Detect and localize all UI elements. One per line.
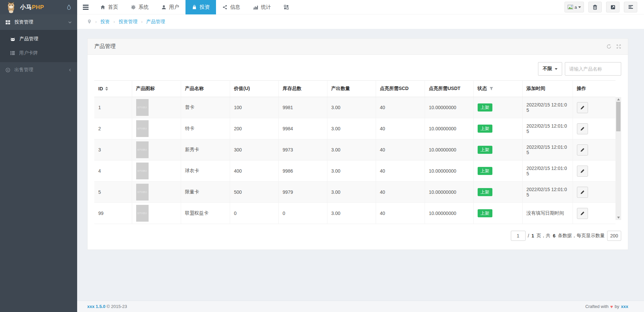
- nav-item-info[interactable]: 信息: [216, 0, 247, 14]
- breadcrumb-link-invest-manage[interactable]: 投资管理: [119, 19, 138, 25]
- pencil-icon: [580, 190, 585, 194]
- breadcrumb-link-invest[interactable]: 投资: [100, 19, 110, 25]
- sort-icon[interactable]: [105, 87, 108, 91]
- page-size-input[interactable]: [607, 231, 621, 241]
- main-area: 首页 系统 用户 投资: [77, 0, 644, 312]
- nav-item-system[interactable]: 系统: [124, 0, 155, 14]
- language-selector[interactable]: a: [565, 2, 584, 12]
- status-filter-dropdown[interactable]: 不限: [538, 62, 562, 76]
- cell-output: 3.00: [327, 139, 376, 161]
- edit-button[interactable]: [577, 187, 588, 198]
- status-badge: 上架: [478, 188, 492, 196]
- open-frontend-button[interactable]: [606, 2, 620, 12]
- cell-name: 特卡: [181, 118, 230, 139]
- breadcrumb-link-product-manage[interactable]: 产品管理: [146, 19, 165, 25]
- sidebar-item-sell-manage[interactable]: 出售管理: [0, 62, 77, 78]
- log-list-button[interactable]: [624, 2, 637, 12]
- pencil-icon: [580, 211, 585, 216]
- nav-item-stats[interactable]: 统计: [247, 0, 277, 14]
- footer-right: Crafted with ♥ by xxx: [585, 304, 628, 309]
- external-link-icon: [610, 5, 615, 10]
- brand-name-en: PHP: [32, 4, 44, 10]
- filter-row: 不限: [88, 55, 628, 80]
- edit-button[interactable]: [577, 102, 588, 113]
- cell-ops: [573, 118, 615, 139]
- sidebar: 小马PHP 投资管理 产品管理: [0, 0, 77, 312]
- logo-bar[interactable]: 小马PHP: [0, 0, 77, 14]
- scrollbar-thumb[interactable]: [616, 102, 621, 131]
- cell-ops: [573, 203, 615, 224]
- sidebar-item-product-manage[interactable]: 产品管理: [0, 32, 77, 46]
- scroll-up-arrow-icon[interactable]: [617, 98, 620, 100]
- cell-name: 新秀卡: [181, 139, 230, 161]
- cell-status: 上架: [473, 182, 522, 203]
- table-row: 4 找不到图片 球衣卡 400 9986 3.00 40 10.00000000…: [94, 161, 615, 182]
- footer: xxx 1.5.0 © 2015-23 Crafted with ♥ by xx…: [77, 301, 644, 312]
- sidebar-item-user-cards[interactable]: 用户卡牌: [0, 46, 77, 60]
- sidebar-item-invest-manage[interactable]: 投资管理: [0, 14, 77, 30]
- water-drop-icon[interactable]: [67, 4, 71, 10]
- chevron-left-icon: [68, 68, 72, 72]
- version-link[interactable]: xxx 1.5.0: [87, 304, 105, 309]
- language-alt-text: a: [575, 5, 577, 10]
- table-row: 99 找不到图片 联盟权益卡 0 0 3.00 40 10.00000000 上…: [94, 203, 615, 224]
- hamburger-menu-icon[interactable]: [77, 0, 94, 14]
- records-suffix: 条数据，每页显示数量: [558, 233, 605, 239]
- edit-button[interactable]: [577, 166, 588, 177]
- edit-button[interactable]: [577, 208, 588, 219]
- total-records: 6: [553, 233, 555, 238]
- total-pages: 1: [531, 233, 534, 238]
- status-badge: 上架: [478, 167, 492, 175]
- search-input[interactable]: [565, 62, 621, 76]
- edit-button[interactable]: [577, 144, 588, 155]
- pencil-icon: [580, 148, 585, 152]
- edit-button[interactable]: [577, 123, 588, 134]
- cell-value: 200: [230, 118, 278, 139]
- nav-item-invest[interactable]: 投资: [185, 0, 216, 14]
- breadcrumb-separator: ›: [141, 19, 143, 24]
- content-area: 产品管理: [77, 29, 644, 301]
- col-header-icon: 产品图标: [132, 81, 181, 97]
- crafted-text: Crafted with: [585, 304, 608, 309]
- status-badge: 上架: [478, 146, 492, 154]
- filter-funnel-icon[interactable]: [489, 87, 493, 91]
- cell-stock: 9973: [278, 139, 327, 161]
- page-number-input[interactable]: [511, 231, 526, 241]
- sidebar-item-label: 投资管理: [14, 19, 33, 25]
- cell-status: 上架: [473, 161, 522, 182]
- cell-name: 限量卡: [181, 182, 230, 203]
- table-scrollbar[interactable]: [615, 97, 621, 220]
- cell-ops: [573, 182, 615, 203]
- brand-name-cn: 小马: [20, 4, 32, 10]
- trash-icon: [593, 5, 597, 10]
- cell-time: 2022/02/15 12:01:05: [522, 118, 573, 139]
- nav-item-user[interactable]: 用户: [155, 0, 185, 14]
- horse-mascot-icon: [6, 2, 16, 13]
- app-root: 小马PHP 投资管理 产品管理: [0, 0, 644, 312]
- cell-scd: 40: [376, 97, 425, 118]
- bar-chart-icon: [253, 5, 258, 10]
- nav-item-grid[interactable]: [277, 0, 295, 14]
- nav-label: 用户: [169, 4, 179, 10]
- cell-value: 400: [230, 161, 278, 182]
- table-row: 1 找不到图片 普卡 100 9981 3.00 40 10.00000000 …: [94, 97, 615, 118]
- table-row: 5 找不到图片 限量卡 500 9979 3.00 40 10.00000000…: [94, 182, 615, 203]
- expand-icon[interactable]: [616, 44, 621, 49]
- cell-icon: 找不到图片: [132, 161, 181, 182]
- cell-stock: 9984: [278, 118, 327, 139]
- clear-cache-button[interactable]: [588, 2, 602, 12]
- cell-time: 2022/02/15 12:01:05: [522, 97, 573, 118]
- cell-scd: 40: [376, 161, 425, 182]
- pagination: / 1 页，共 6 条数据，每页显示数量: [88, 224, 628, 250]
- refresh-icon[interactable]: [606, 44, 611, 49]
- cell-scd: 40: [376, 139, 425, 161]
- cell-usdt: 10.00000000: [425, 118, 473, 139]
- grid-icon: [284, 5, 289, 10]
- cell-time: 没有填写日期时间: [522, 203, 573, 224]
- cell-name: 普卡: [181, 97, 230, 118]
- nav-item-home[interactable]: 首页: [94, 0, 124, 14]
- share-alt-icon: [222, 5, 227, 10]
- author-link[interactable]: xxx: [621, 304, 628, 309]
- cell-output: 3.00: [327, 203, 376, 224]
- scroll-down-arrow-icon[interactable]: [617, 217, 620, 219]
